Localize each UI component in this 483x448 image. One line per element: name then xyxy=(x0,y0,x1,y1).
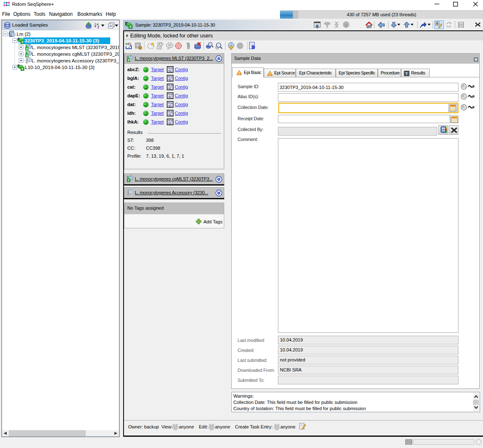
svg-text:z: z xyxy=(97,25,99,29)
svg-text:E: E xyxy=(436,22,438,26)
svg-text:TCA: TCA xyxy=(168,119,173,122)
svg-text:ST: ST xyxy=(26,54,30,57)
svg-text:TCA: TCA xyxy=(168,111,173,114)
svg-text:T: T xyxy=(128,179,129,182)
svg-text:TCA: TCA xyxy=(168,93,173,96)
svg-text:E: E xyxy=(125,22,128,25)
svg-text:T: T xyxy=(406,72,408,76)
svg-text:T: T xyxy=(22,67,24,71)
svg-text:T: T xyxy=(129,25,131,29)
svg-text:TCA: TCA xyxy=(168,67,173,70)
svg-text:TCA: TCA xyxy=(168,84,173,87)
svg-text:TCA: TCA xyxy=(168,102,173,105)
svg-text:ST: ST xyxy=(26,47,30,50)
svg-text:E: E xyxy=(17,64,20,67)
svg-text:TCA: TCA xyxy=(168,76,173,79)
svg-text:E: E xyxy=(17,37,20,41)
